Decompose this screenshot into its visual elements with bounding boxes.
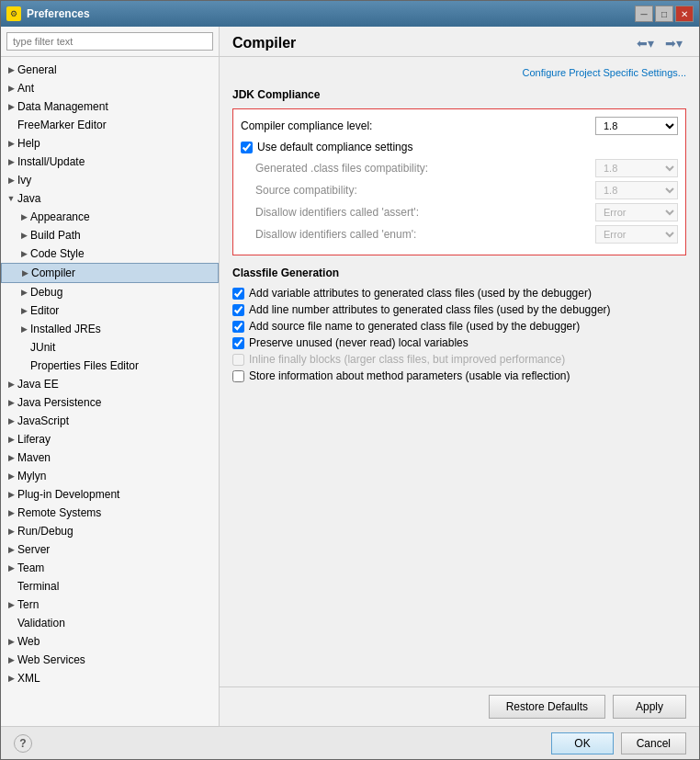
tree-arrow-mylyn: ▶ xyxy=(5,470,17,482)
tree-arrow-web-services: ▶ xyxy=(5,653,17,666)
classfile-option-3: Preserve unused (never read) local varia… xyxy=(232,336,686,349)
sidebar-item-javascript[interactable]: ▶ JavaScript xyxy=(1,412,219,430)
sidebar-item-properties-files-editor[interactable]: Properties Files Editor xyxy=(1,357,219,375)
tree-label-run-debug: Run/Debug xyxy=(17,525,73,538)
sidebar-item-java[interactable]: ▼ Java xyxy=(1,189,219,208)
sidebar-item-ivy[interactable]: ▶ Ivy xyxy=(1,171,219,189)
sidebar-item-run-debug[interactable]: ▶ Run/Debug xyxy=(1,522,219,540)
sidebar-item-code-style[interactable]: ▶ Code Style xyxy=(1,244,219,263)
sidebar-item-plugin-development[interactable]: ▶ Plug-in Development xyxy=(1,485,219,504)
tree-label-java: Java xyxy=(17,192,40,205)
tree-arrow-java: ▼ xyxy=(5,192,17,205)
sub-option-row-2: Disallow identifiers called 'assert': Er… xyxy=(255,203,678,221)
preferences-window: ⚙ Preferences ─ □ ✕ ▶ General ▶ Ant ▶ Da… xyxy=(0,0,700,760)
sidebar-item-junit[interactable]: JUnit xyxy=(1,338,219,357)
sidebar-item-general[interactable]: ▶ General xyxy=(1,61,219,79)
sub-options: Generated .class files compatibility: 1.… xyxy=(241,159,678,244)
tree-arrow-java-ee: ▶ xyxy=(5,378,17,391)
sidebar-item-installed-jres[interactable]: ▶ Installed JREs xyxy=(1,320,219,338)
sidebar-item-web-services[interactable]: ▶ Web Services xyxy=(1,651,219,669)
ok-button[interactable]: OK xyxy=(551,732,613,754)
classfile-label-1: Add line number attributes to generated … xyxy=(249,303,611,316)
compliance-row: Compiler compliance level: 1.8 1.7 1.6 9… xyxy=(241,117,678,135)
compliance-dropdown[interactable]: 1.8 1.7 1.6 9 10 xyxy=(595,117,678,135)
maximize-button[interactable]: □ xyxy=(655,6,673,22)
tree-label-java-persistence: Java Persistence xyxy=(17,396,101,409)
jdk-compliance-box: Compiler compliance level: 1.8 1.7 1.6 9… xyxy=(232,108,686,255)
window-controls: ─ □ ✕ xyxy=(635,6,694,22)
sidebar-item-install-update[interactable]: ▶ Install/Update xyxy=(1,153,219,171)
tree-arrow-liferay: ▶ xyxy=(5,433,17,446)
tree-label-properties-files-editor: Properties Files Editor xyxy=(30,359,139,372)
sidebar-item-build-path[interactable]: ▶ Build Path xyxy=(1,226,219,244)
tree-arrow-code-style: ▶ xyxy=(17,247,30,260)
sub-option-row-1: Source compatibility: 1.8 xyxy=(255,181,678,199)
tree-arrow-server: ▶ xyxy=(5,543,17,556)
sidebar-item-java-persistence[interactable]: ▶ Java Persistence xyxy=(1,393,219,412)
tree-arrow-web: ▶ xyxy=(5,635,17,648)
sidebar-item-debug[interactable]: ▶ Debug xyxy=(1,283,219,301)
classfile-checkbox-5[interactable] xyxy=(232,370,244,382)
tree-arrow-installed-jres: ▶ xyxy=(17,323,30,335)
sidebar-item-web[interactable]: ▶ Web xyxy=(1,632,219,651)
sidebar-item-xml[interactable]: ▶ XML xyxy=(1,669,219,687)
sidebar-item-team[interactable]: ▶ Team xyxy=(1,559,219,577)
sidebar-item-compiler[interactable]: ▶ Compiler xyxy=(1,263,219,283)
sidebar-item-appearance[interactable]: ▶ Appearance xyxy=(1,208,219,226)
use-default-checkbox[interactable] xyxy=(241,142,253,153)
minimize-button[interactable]: ─ xyxy=(635,6,653,22)
classfile-section: Classfile Generation Add variable attrib… xyxy=(232,267,686,382)
classfile-label-5: Store information about method parameter… xyxy=(249,369,570,382)
nav-back-button[interactable]: ⬅▾ xyxy=(633,34,658,52)
classfile-label-2: Add source file name to generated class … xyxy=(249,320,580,333)
tree-label-liferay: Liferay xyxy=(17,433,51,446)
filter-input[interactable] xyxy=(6,32,213,51)
tree-arrow-data-management: ▶ xyxy=(5,100,17,113)
tree-arrow-editor: ▶ xyxy=(17,304,30,317)
tree-arrow-plugin-development: ▶ xyxy=(5,488,17,501)
panel-title: Compiler xyxy=(232,35,296,51)
sidebar-item-java-ee[interactable]: ▶ Java EE xyxy=(1,375,219,393)
sidebar-item-mylyn[interactable]: ▶ Mylyn xyxy=(1,467,219,485)
tree-label-validation: Validation xyxy=(17,617,65,630)
close-button[interactable]: ✕ xyxy=(675,6,694,22)
configure-link[interactable]: Configure Project Specific Settings... xyxy=(522,67,686,78)
restore-defaults-button[interactable]: Restore Defaults xyxy=(489,695,605,719)
sidebar-item-validation[interactable]: Validation xyxy=(1,614,219,632)
sidebar-item-maven[interactable]: ▶ Maven xyxy=(1,448,219,467)
sidebar-item-freemarker-editor[interactable]: FreeMarker Editor xyxy=(1,116,219,134)
classfile-checkbox-3[interactable] xyxy=(232,337,244,349)
sub-option-row-3: Disallow identifiers called 'enum': Erro… xyxy=(255,225,678,244)
sidebar-item-terminal[interactable]: Terminal xyxy=(1,577,219,596)
tree-arrow-general: ▶ xyxy=(5,63,17,76)
classfile-option-0: Add variable attributes to generated cla… xyxy=(232,287,686,300)
nav-forward-button[interactable]: ➡▾ xyxy=(661,34,686,52)
classfile-checkbox-0[interactable] xyxy=(232,288,244,300)
classfile-option-2: Add source file name to generated class … xyxy=(232,320,686,333)
sidebar-item-help[interactable]: ▶ Help xyxy=(1,134,219,153)
apply-button[interactable]: Apply xyxy=(613,695,686,719)
tree-arrow-tern: ▶ xyxy=(5,598,17,611)
sidebar-item-remote-systems[interactable]: ▶ Remote Systems xyxy=(1,504,219,522)
sidebar-item-data-management[interactable]: ▶ Data Management xyxy=(1,97,219,116)
panel-nav: ⬅▾ ➡▾ xyxy=(633,34,686,52)
sidebar-item-liferay[interactable]: ▶ Liferay xyxy=(1,430,219,448)
tree-label-terminal: Terminal xyxy=(17,580,59,593)
tree-label-web: Web xyxy=(17,635,40,648)
sidebar: ▶ General ▶ Ant ▶ Data Management FreeMa… xyxy=(1,27,220,726)
sidebar-item-tern[interactable]: ▶ Tern xyxy=(1,596,219,614)
cancel-button[interactable]: Cancel xyxy=(621,732,686,754)
sidebar-item-editor[interactable]: ▶ Editor xyxy=(1,301,219,320)
tree-label-junit: JUnit xyxy=(30,341,55,354)
sidebar-item-server[interactable]: ▶ Server xyxy=(1,540,219,559)
classfile-checkbox-2[interactable] xyxy=(232,321,244,333)
main-panel: Compiler ⬅▾ ➡▾ Configure Project Specifi… xyxy=(220,27,699,726)
tree-label-server: Server xyxy=(17,543,50,556)
tree-label-install-update: Install/Update xyxy=(17,155,85,168)
tree-label-javascript: JavaScript xyxy=(17,414,69,427)
sub-dropdown-1: 1.8 xyxy=(595,181,678,199)
sidebar-item-ant[interactable]: ▶ Ant xyxy=(1,79,219,97)
classfile-checkbox-1[interactable] xyxy=(232,304,244,316)
help-button[interactable]: ? xyxy=(14,734,32,753)
tree-arrow-debug: ▶ xyxy=(17,286,30,299)
